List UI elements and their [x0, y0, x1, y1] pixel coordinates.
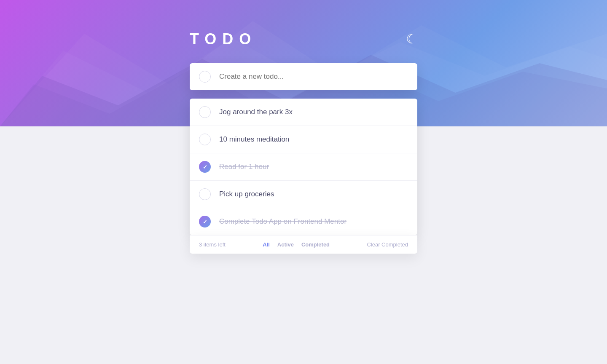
clear-completed-btn[interactable]: Clear Completed — [367, 241, 408, 248]
todo-text: Jog around the park 3x — [219, 108, 408, 116]
todo-item[interactable]: Pick up groceries — [190, 181, 417, 208]
todo-circle-btn[interactable] — [199, 188, 211, 200]
moon-icon[interactable]: ☾ — [406, 33, 417, 46]
todo-item[interactable]: Jog around the park 3x — [190, 99, 417, 126]
todo-circle-btn[interactable] — [199, 134, 211, 145]
new-todo-input[interactable] — [219, 72, 408, 81]
todo-text: 10 minutes meditation — [219, 135, 408, 144]
todo-circle-btn[interactable] — [199, 216, 211, 228]
todo-item[interactable]: Read for 1 hour — [190, 153, 417, 181]
items-left: 3 items left — [199, 241, 226, 248]
todo-footer: 3 items leftAllActiveCompletedClear Comp… — [190, 235, 417, 254]
todo-text: Read for 1 hour — [219, 163, 408, 171]
todo-text: Complete Todo App on Frontend Mentor — [219, 217, 408, 226]
filter-group: AllActiveCompleted — [263, 241, 330, 248]
todo-list: Jog around the park 3x10 minutes meditat… — [190, 99, 417, 235]
new-todo-card — [190, 63, 417, 90]
filter-btn-completed[interactable]: Completed — [301, 241, 330, 248]
filter-btn-active[interactable]: Active — [277, 241, 294, 248]
filter-btn-all[interactable]: All — [263, 241, 270, 248]
todo-item[interactable]: 10 minutes meditation — [190, 126, 417, 153]
new-todo-circle-btn[interactable] — [199, 71, 211, 83]
todo-circle-btn[interactable] — [199, 106, 211, 118]
todo-text: Pick up groceries — [219, 190, 408, 198]
app-header: TODO ☾ — [190, 30, 417, 48]
todo-item[interactable]: Complete Todo App on Frontend Mentor — [190, 208, 417, 235]
app-title: TODO — [190, 30, 257, 48]
todo-circle-btn[interactable] — [199, 161, 211, 173]
